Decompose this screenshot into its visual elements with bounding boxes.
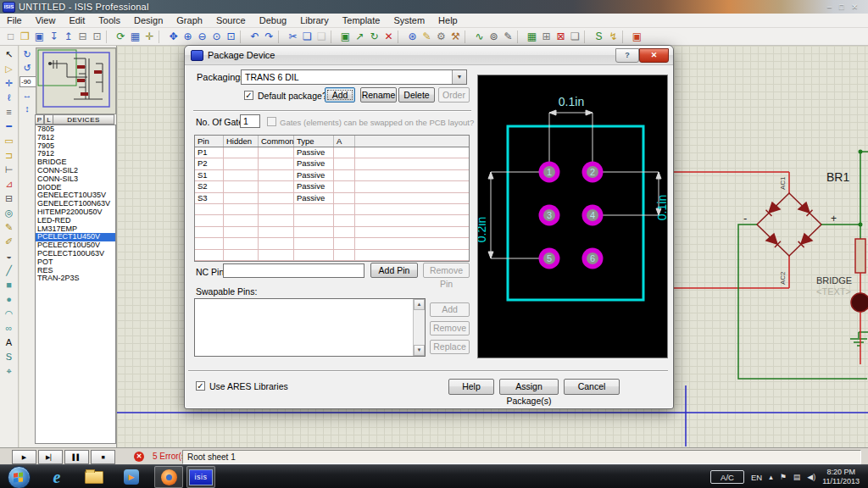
pick-device-icon[interactable]: ⊛	[405, 30, 420, 44]
packagings-combo[interactable]: TRANS 6 DIL ▼	[241, 69, 467, 85]
toolbar-icon[interactable]	[517, 30, 523, 43]
graph-mode-icon[interactable]: ⊿	[2, 177, 17, 191]
menu-item[interactable]: Tools	[92, 15, 127, 25]
toolbar-icon[interactable]	[465, 30, 470, 43]
menu-item[interactable]: File	[0, 15, 29, 25]
block-delete-icon[interactable]: ✕	[381, 30, 396, 44]
voltage-probe-mode-icon[interactable]: ✎	[2, 220, 17, 235]
make-device-icon[interactable]: ✎	[420, 30, 434, 44]
maximize-button[interactable]: □	[839, 1, 843, 13]
zoom-out-icon[interactable]: ⊖	[195, 30, 209, 44]
zoom-all-icon[interactable]: ⊙	[209, 30, 224, 44]
electrical-rule-check-icon[interactable]: ↯	[606, 30, 620, 44]
swap-remove-button[interactable]: Remove	[430, 321, 470, 336]
table-row[interactable]: P1 Passive	[195, 147, 469, 158]
language-indicator[interactable]: EN	[751, 473, 762, 482]
error-icon[interactable]: ✕	[134, 452, 144, 462]
component-mode-icon[interactable]: ▷	[2, 62, 17, 76]
tape-recorder-mode-icon[interactable]: ⊟	[2, 191, 17, 206]
toolbar-icon[interactable]	[106, 30, 112, 43]
rotate-anticlockwise-button[interactable]: ↺	[20, 62, 34, 75]
text-2d-mode-icon[interactable]: A	[2, 336, 17, 350]
decompose-icon[interactable]: ⚒	[448, 30, 463, 44]
paste-icon[interactable]: ❑	[314, 30, 329, 44]
virtual-instruments-mode-icon[interactable]: ◒	[2, 249, 17, 263]
gates-input[interactable]	[240, 114, 260, 128]
toolbar-icon[interactable]	[159, 30, 164, 43]
taskbar-explorer[interactable]	[80, 466, 108, 488]
close-button[interactable]: ✕	[851, 1, 858, 13]
swapable-pins-list[interactable]: ▲ ▼	[194, 298, 426, 357]
taskbar-firefox[interactable]	[154, 466, 183, 488]
undo-icon[interactable]: ↶	[248, 30, 262, 44]
open-design-icon[interactable]: ❐	[18, 30, 32, 44]
gates-swap-checkbox[interactable]	[267, 117, 276, 126]
wire-label-mode-icon[interactable]: ℓ	[2, 91, 17, 105]
play-button[interactable]: ▶	[12, 450, 36, 464]
circle-2d-mode-icon[interactable]: ●	[2, 292, 17, 307]
resistor-component[interactable]	[855, 239, 865, 293]
toolbar-icon[interactable]	[398, 30, 403, 43]
redo-icon[interactable]: ↷	[262, 30, 276, 44]
toolbar-icon[interactable]	[240, 30, 246, 43]
table-row[interactable]: S2 Passive	[195, 181, 469, 192]
swap-replace-button[interactable]: Replace	[430, 340, 470, 354]
subcircuit-mode-icon[interactable]: ▭	[2, 134, 17, 148]
swap-add-button[interactable]: Add	[430, 302, 470, 317]
start-button[interactable]	[8, 466, 31, 488]
origin-icon[interactable]: ✛	[142, 30, 157, 44]
rotate-clockwise-button[interactable]: ↻	[20, 48, 34, 61]
default-package-checkbox[interactable]: ✓	[244, 91, 253, 100]
use-ares-checkbox[interactable]: ✓	[196, 381, 205, 391]
block-move-icon[interactable]: ↗	[353, 30, 367, 44]
bridge-rectifier-component[interactable]	[757, 193, 821, 256]
menu-item[interactable]: Source	[209, 15, 253, 25]
table-row[interactable]	[195, 215, 469, 226]
scrollbar[interactable]: ▲ ▼	[413, 299, 425, 356]
mirror-horizontal-button[interactable]: ↔	[20, 89, 34, 102]
order-package-button[interactable]: Order	[438, 87, 470, 103]
pause-button[interactable]: ▌▌	[64, 450, 89, 464]
cancel-button[interactable]: Cancel	[564, 379, 620, 395]
show-hidden-icons[interactable]: ▴	[769, 473, 773, 481]
device-pins-mode-icon[interactable]: ⊢	[2, 163, 17, 177]
terminals-mode-icon[interactable]: ⊐	[2, 148, 17, 163]
print-icon[interactable]: ⊟	[75, 30, 90, 44]
zoom-area-icon[interactable]: ⊡	[224, 30, 238, 44]
taskbar-isis[interactable]: isis	[186, 466, 215, 488]
save-design-icon[interactable]: ▣	[32, 30, 47, 44]
dialog-titlebar[interactable]: Package Device	[185, 46, 673, 65]
table-row[interactable]	[195, 238, 469, 249]
menu-item[interactable]: View	[29, 15, 63, 25]
device-list-item[interactable]: TRAN-2P3S	[36, 274, 115, 283]
menu-item[interactable]: System	[387, 15, 431, 25]
pcb-preview[interactable]: 1 2 3 4 5 6 0.1in 0.2in 0.1in	[477, 75, 668, 358]
menu-item[interactable]: Help	[431, 15, 465, 25]
minimize-button[interactable]: –	[827, 1, 832, 13]
redraw-icon[interactable]: ⟳	[114, 30, 128, 44]
volume-icon[interactable]: ◀)	[807, 473, 815, 481]
current-probe-mode-icon[interactable]: ✐	[2, 235, 17, 249]
taskbar-media-player[interactable]: ▶	[117, 466, 146, 488]
property-assignment-icon[interactable]: ✎	[501, 30, 515, 44]
clock[interactable]: 8:20 PM 11/11/2013	[822, 468, 863, 486]
menu-item[interactable]: Design	[127, 15, 170, 25]
stop-button[interactable]: ■	[91, 450, 115, 464]
box-2d-mode-icon[interactable]: ■	[2, 278, 17, 292]
dialog-close-button[interactable]: ✕	[639, 48, 669, 63]
packaging-tool-icon[interactable]: ⚙	[434, 30, 448, 44]
mirror-vertical-button[interactable]: ↕	[20, 103, 34, 115]
power-indicator[interactable]: A/C	[710, 470, 744, 484]
zoom-in-icon[interactable]: ⊕	[181, 30, 195, 44]
remove-sheet-icon[interactable]: ⊠	[554, 30, 568, 44]
menu-item[interactable]: Library	[293, 15, 336, 25]
junction-dot-mode-icon[interactable]: ✛	[2, 76, 17, 91]
library-button[interactable]: L	[44, 114, 53, 125]
chevron-down-icon[interactable]: ▼	[452, 70, 466, 84]
wire-autorouter-icon[interactable]: ∿	[472, 30, 487, 44]
import-section-icon[interactable]: ↧	[47, 30, 61, 44]
table-row[interactable]	[195, 261, 469, 262]
buses-mode-icon[interactable]: ━	[2, 119, 17, 134]
print-area-icon[interactable]: ⊡	[90, 30, 104, 44]
toolbar-icon[interactable]	[584, 30, 590, 43]
